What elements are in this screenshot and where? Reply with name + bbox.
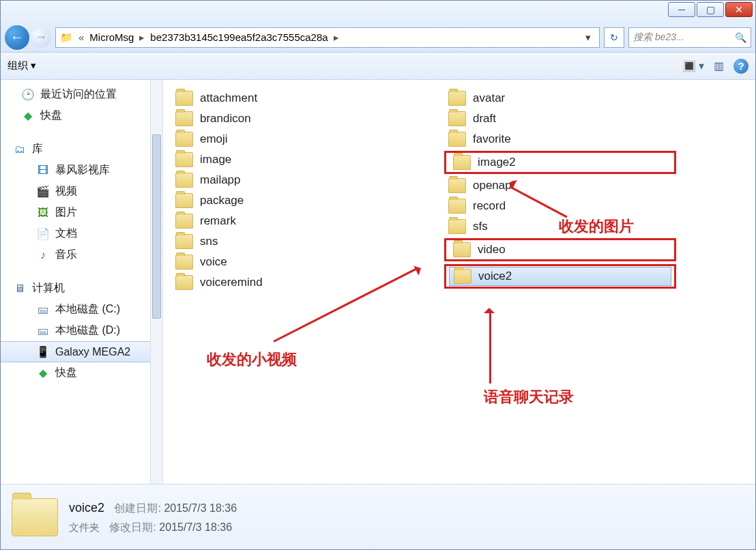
docs-icon: 📄 <box>36 227 50 240</box>
folder-item-record[interactable]: record <box>444 197 676 215</box>
sidebar-videos[interactable]: 🎬视频 <box>1 181 162 202</box>
folder-column-1: attachmentbrandiconemojiimagemailapppack… <box>171 89 403 291</box>
sidebar-drive-c[interactable]: 🖴本地磁盘 (C:) <box>1 299 162 320</box>
folder-label: remark <box>200 214 236 228</box>
search-box[interactable]: 搜索 be23... 🔍 <box>628 27 751 48</box>
folder-item-package[interactable]: package <box>171 192 403 209</box>
folder-icon <box>175 275 193 290</box>
folder-icon <box>448 132 466 147</box>
folder-item-brandicon[interactable]: brandicon <box>171 110 403 128</box>
folder-item-attachment[interactable]: attachment <box>171 89 403 107</box>
organize-menu[interactable]: 组织 ▾ <box>8 59 36 72</box>
music-icon: ♪ <box>36 249 50 261</box>
device-icon: 📱 <box>36 345 50 358</box>
annotation-voicechat-label: 语音聊天记录 <box>484 387 574 407</box>
details-modified-label: 修改日期: <box>109 521 156 533</box>
folder-item-video[interactable]: video <box>449 241 671 259</box>
pictures-icon: 🖼 <box>36 207 50 219</box>
sidebar-drive-d[interactable]: 🖴本地磁盘 (D:) <box>1 320 162 341</box>
folder-item-voiceremind[interactable]: voiceremind <box>171 274 403 291</box>
breadcrumb-sep: ▸ <box>139 31 145 44</box>
sidebar-kuaipan2[interactable]: ◆快盘 <box>1 362 162 383</box>
scrollbar-thumb[interactable] <box>152 134 161 319</box>
folder-label: sns <box>200 235 218 248</box>
folder-icon: 📁 <box>60 31 73 44</box>
video-lib-icon: 🎞 <box>36 164 50 177</box>
computer-icon: 🖥 <box>13 283 27 295</box>
annotation-arrow <box>489 312 491 383</box>
refresh-button[interactable]: ↻ <box>604 27 624 48</box>
drive-icon: 🖴 <box>36 325 50 337</box>
folder-label: package <box>200 194 244 207</box>
file-list-pane: attachmentbrandiconemojiimagemailapppack… <box>163 80 755 484</box>
breadcrumb-sep: ▸ <box>334 31 339 44</box>
folder-item-image2[interactable]: image2 <box>449 154 671 171</box>
details-type: 文件夹 <box>69 521 100 533</box>
folder-icon <box>448 91 466 106</box>
folder-item-openapi[interactable]: openapi <box>444 177 676 194</box>
folder-item-image[interactable]: image <box>171 151 403 169</box>
folder-label: voice <box>200 255 227 269</box>
sidebar-galaxy[interactable]: 📱Galaxy MEGA2 <box>1 341 162 362</box>
folder-label: mailapp <box>200 173 241 187</box>
folder-label: voice2 <box>478 270 512 283</box>
address-bar[interactable]: 📁 « MicroMsg ▸ be2373b3145c199ea5f2a3c75… <box>55 27 600 48</box>
sidebar-computer[interactable]: 🖥计算机 <box>1 278 162 299</box>
sidebar-baofeng[interactable]: 🎞暴风影视库 <box>1 160 162 181</box>
folder-icon <box>175 214 193 229</box>
details-meta: voice2 创建日期: 2015/7/3 18:36 文件夹 修改日期: 20… <box>69 497 237 537</box>
details-created-label: 创建日期: <box>114 502 160 514</box>
search-icon[interactable]: 🔍 <box>735 32 746 43</box>
folder-item-sns[interactable]: sns <box>171 233 403 250</box>
sidebar-music[interactable]: ♪音乐 <box>1 244 162 265</box>
folder-label: image <box>200 153 231 167</box>
breadcrumb-micromsg[interactable]: MicroMsg <box>89 31 134 43</box>
nav-forward-button[interactable]: → <box>31 27 51 48</box>
folder-item-avatar[interactable]: avatar <box>444 89 676 107</box>
address-dropdown[interactable]: ▾ <box>581 31 595 44</box>
sidebar-libraries[interactable]: 🗂库 <box>1 139 162 160</box>
folder-label: brandicon <box>200 112 251 126</box>
details-name: voice2 <box>69 501 104 515</box>
content-area: 🕑最近访问的位置 ◆快盘 🗂库 🎞暴风影视库 🎬视频 🖼图片 📄文档 ♪音乐 🖥… <box>1 80 755 484</box>
sidebar-recent[interactable]: 🕑最近访问的位置 <box>1 84 162 105</box>
folder-item-voice2[interactable]: voice2 <box>449 267 671 286</box>
folder-column-2: avatardraftfavoriteimage2openapirecordsf… <box>444 89 676 291</box>
breadcrumb-hash[interactable]: be2373b3145c199ea5f2a3c7555ca28a <box>150 31 328 43</box>
sidebar-pictures[interactable]: 🖼图片 <box>1 202 162 223</box>
folder-icon <box>175 91 193 106</box>
folder-label: favorite <box>473 132 511 146</box>
explorer-window: ─ ▢ ✕ ← → 📁 « MicroMsg ▸ be2373b3145c199… <box>0 0 756 550</box>
folder-item-draft[interactable]: draft <box>444 110 676 128</box>
folder-icon <box>175 132 193 147</box>
sidebar-scrollbar[interactable] <box>150 80 162 484</box>
folder-icon <box>454 269 471 284</box>
help-button[interactable]: ? <box>733 59 748 74</box>
folder-item-voice[interactable]: voice <box>171 253 403 271</box>
kuaipan-icon: ◆ <box>36 366 50 379</box>
search-placeholder: 搜索 be23... <box>633 31 684 44</box>
folder-item-sfs[interactable]: sfs <box>444 218 676 235</box>
view-options-button[interactable]: 🔳 ▾ <box>682 59 704 72</box>
folder-large-icon <box>12 498 58 536</box>
title-bar: ─ ▢ ✕ <box>1 1 755 23</box>
folder-item-emoji[interactable]: emoji <box>171 130 403 148</box>
maximize-button[interactable]: ▢ <box>697 2 724 17</box>
folder-icon <box>448 111 466 126</box>
nav-bar: ← → 📁 « MicroMsg ▸ be2373b3145c199ea5f2a… <box>1 23 755 53</box>
annotation-smallvideo-label: 收发的小视频 <box>207 349 297 370</box>
sidebar-kuaipan[interactable]: ◆快盘 <box>1 105 162 126</box>
minimize-button[interactable]: ─ <box>668 2 695 17</box>
folder-item-favorite[interactable]: favorite <box>444 130 676 148</box>
nav-back-button[interactable]: ← <box>5 25 29 50</box>
folder-item-remark[interactable]: remark <box>171 212 403 230</box>
folder-icon <box>448 178 466 193</box>
details-modified-value: 2015/7/3 18:36 <box>159 521 232 533</box>
folder-item-mailapp[interactable]: mailapp <box>171 171 403 189</box>
close-button[interactable]: ✕ <box>725 2 753 17</box>
annotation-redbox: voice2 <box>444 264 676 289</box>
videos-icon: 🎬 <box>36 185 50 198</box>
preview-pane-button[interactable]: ▥ <box>714 59 724 72</box>
drive-icon: 🖴 <box>36 304 50 316</box>
sidebar-docs[interactable]: 📄文档 <box>1 223 162 244</box>
